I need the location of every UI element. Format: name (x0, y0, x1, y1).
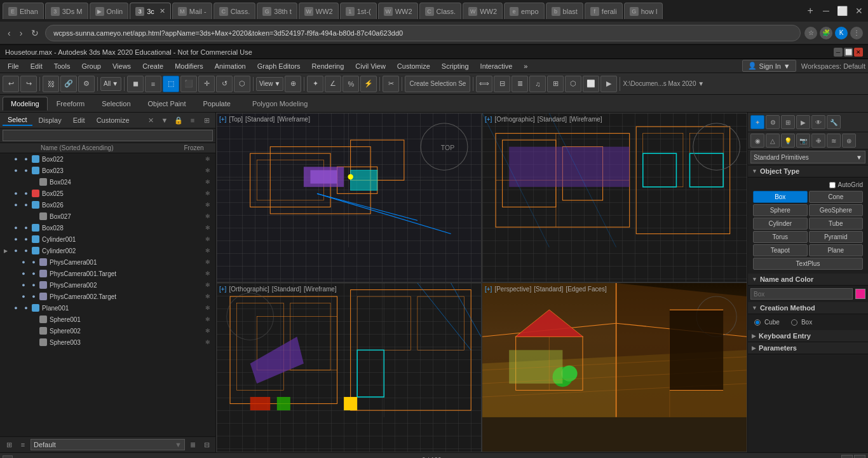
render-icon-4[interactable]: ● (22, 200, 31, 209)
menu-customize[interactable]: Customize (392, 61, 435, 71)
render-icon-12[interactable]: ● (29, 292, 38, 301)
visibility-icon-1[interactable]: ● (11, 166, 20, 175)
prev-frame-button[interactable]: ◀ (3, 455, 13, 459)
browser-tab-13[interactable]: bblast (546, 3, 583, 19)
schematic-view-button[interactable]: ⊞ (547, 76, 564, 92)
viewport-perspective[interactable]: [+] [Perspective] [Standard] [Edged Face… (482, 282, 747, 452)
rectangular-region-button[interactable]: ⬚ (163, 76, 179, 92)
render-icon-15[interactable]: ○ (29, 326, 38, 335)
textplus-button[interactable]: TextPlus (753, 258, 863, 270)
create-selection-set-button[interactable]: Create Selection Se (405, 76, 470, 92)
render-icon-13[interactable]: ● (22, 303, 31, 312)
browser-tab-1[interactable]: 33Ds M (45, 3, 88, 19)
scene-object-row[interactable]: ● ● Box026 ✻ (0, 199, 215, 211)
menu-animation[interactable]: Animation (210, 61, 251, 71)
keyboard-entry-section-header[interactable]: ▶ Keyboard Entry (748, 330, 868, 342)
track-view-button[interactable]: ♫ (529, 76, 546, 92)
visibility-icon-6[interactable]: ● (11, 223, 20, 232)
browser-tab-4[interactable]: MMail - (172, 3, 212, 19)
se-tab-customize[interactable]: Customize (92, 115, 135, 125)
cylinder-button[interactable]: Cylinder (753, 218, 808, 230)
visibility-icon-3[interactable]: ● (11, 189, 20, 198)
scene-object-row[interactable]: ○ ○ Sphere003 ✻ (0, 337, 215, 348)
se-bottom-icon-3[interactable]: ≣ (186, 438, 199, 451)
browser-tab-14[interactable]: fferali (585, 3, 623, 19)
scene-object-row[interactable]: ● ● Box028 ✻ (0, 222, 215, 233)
menu-graph-editors[interactable]: Graph Editors (252, 61, 306, 71)
region-type-button[interactable]: ⬛ (180, 76, 197, 92)
object-type-section-header[interactable]: ▼ Object Type (748, 165, 868, 177)
vp-ortho1-plus[interactable]: [+] (485, 116, 492, 123)
menu-rendering[interactable]: Rendering (307, 61, 349, 71)
minimize-button[interactable]: ─ (820, 3, 832, 18)
rp-display-icon[interactable]: 👁 (811, 115, 825, 129)
tab-selection[interactable]: Selection (93, 97, 139, 111)
geosphere-button[interactable]: GeoSphere (809, 204, 864, 216)
torus-button[interactable]: Torus (753, 231, 808, 243)
render-icon-2[interactable]: ○ (29, 177, 38, 186)
scale-button[interactable]: ⬡ (234, 76, 250, 92)
se-tab-display[interactable]: Display (34, 115, 67, 125)
scene-object-row[interactable]: ● ● Box022 ✻ (0, 153, 215, 165)
menu-group[interactable]: Group (76, 61, 106, 71)
se-layers-icon[interactable]: ≡ (186, 114, 199, 127)
tab-object-paint[interactable]: Object Paint (140, 97, 194, 111)
rp-utilities-icon[interactable]: 🔧 (827, 115, 841, 129)
coordinate-system-dropdown[interactable]: View ▼ (256, 77, 283, 91)
spinner-snap-button[interactable]: ⚡ (360, 76, 377, 92)
forward-button[interactable]: › (17, 25, 25, 41)
select-move-button[interactable]: ✛ (198, 76, 215, 92)
scene-object-row[interactable]: ● ● PhysCamera002.Target ✻ (0, 291, 215, 302)
viewport-ortho2[interactable]: [+] [Orthographic] [Standard] [Wireframe… (216, 282, 482, 452)
menu-more[interactable]: » (519, 61, 532, 71)
close-browser-button[interactable]: ✕ (853, 3, 865, 18)
visibility-icon-12[interactable]: ● (19, 292, 28, 301)
rp-system-icon[interactable]: ⊛ (842, 134, 856, 148)
se-bottom-icon-2[interactable]: ≡ (17, 438, 29, 451)
new-tab-button[interactable]: + (801, 3, 819, 19)
visibility-icon-15[interactable]: ○ (19, 326, 28, 335)
select-object-button[interactable]: ◼ (127, 76, 144, 92)
se-bottom-icon-1[interactable]: ⊞ (3, 438, 15, 451)
settings-icon[interactable]: ⋮ (850, 27, 863, 39)
rp-modify-icon[interactable]: ⚙ (766, 115, 780, 129)
tab-freeform[interactable]: Freeform (48, 97, 93, 111)
rp-motion-icon[interactable]: ▶ (796, 115, 810, 129)
layer-manager-button[interactable]: ≣ (512, 76, 528, 92)
viewport-ortho1[interactable]: [+] [Orthographic] [Standard] [Wireframe… (482, 113, 747, 282)
expand-icon-8[interactable]: ▶ (4, 248, 10, 254)
vp-ortho2-plus[interactable]: [+] (219, 286, 226, 293)
app-close-button[interactable]: ✕ (854, 48, 863, 57)
menu-edit[interactable]: Edit (25, 61, 48, 71)
visibility-icon-5[interactable]: ○ (19, 212, 28, 221)
menu-modifiers[interactable]: Modifiers (170, 61, 208, 71)
scene-object-row[interactable]: ○ ○ Sphere002 ✻ (0, 325, 215, 337)
rp-spacewarp-icon[interactable]: ≋ (827, 134, 841, 148)
render-icon-5[interactable]: ○ (29, 212, 38, 221)
scene-object-row[interactable]: ○ ○ Sphere001 ✻ (0, 314, 215, 325)
undo-button[interactable]: ↩ (3, 76, 19, 92)
menu-views[interactable]: Views (107, 61, 136, 71)
box-radio[interactable] (791, 319, 797, 326)
browser-tab-6[interactable]: G38th t (257, 3, 297, 19)
tab-close-3[interactable]: ✕ (159, 7, 165, 15)
timeline-icon-1[interactable]: ≣ (841, 455, 853, 459)
scene-object-row[interactable]: ○ ○ Box027 ✻ (0, 211, 215, 222)
percent-snap-button[interactable]: % (342, 76, 359, 92)
visibility-icon-2[interactable]: ○ (19, 177, 28, 186)
browser-tab-3[interactable]: 33c✕ (130, 3, 171, 19)
tab-populate[interactable]: Populate (194, 97, 238, 111)
mirror-button[interactable]: ⟺ (476, 76, 492, 92)
browser-tab-0[interactable]: EEthan (3, 3, 44, 19)
bookmark-icon[interactable]: ☆ (804, 27, 817, 39)
refresh-button[interactable]: ↻ (29, 25, 41, 41)
render-icon-8[interactable]: ● (22, 246, 31, 255)
color-swatch[interactable] (855, 289, 865, 299)
box-button[interactable]: Box (753, 191, 808, 203)
vp-top-plus[interactable]: [+] (219, 116, 226, 123)
viewport-top[interactable]: [+] [Top] [Standard] [Wireframe] (216, 113, 482, 282)
se-bottom-icon-4[interactable]: ⊟ (200, 438, 213, 451)
align-button[interactable]: ⊟ (494, 76, 510, 92)
visibility-icon-16[interactable]: ○ (19, 338, 28, 347)
visibility-icon-13[interactable]: ● (11, 303, 20, 312)
